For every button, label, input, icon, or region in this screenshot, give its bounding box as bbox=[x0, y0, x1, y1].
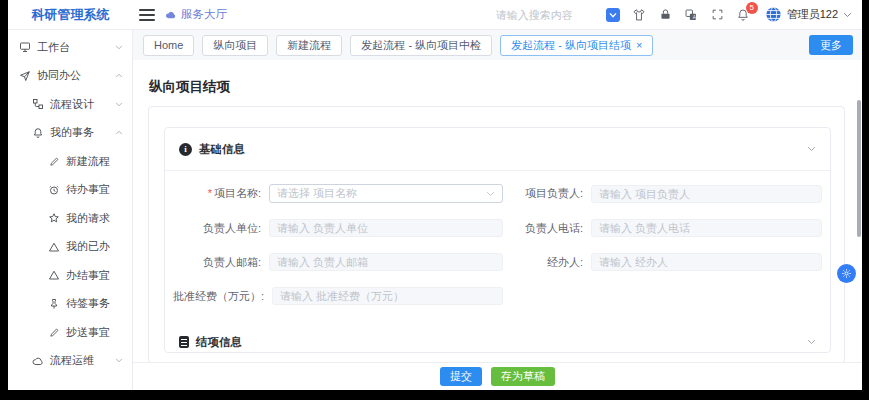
search-input[interactable] bbox=[496, 9, 588, 21]
main-content: 纵向项目结项 i 基础信息 *项目名称: 请选择 项目名称 bbox=[133, 60, 862, 362]
fullscreen-icon[interactable] bbox=[710, 7, 725, 22]
tab-bar: Home 纵向项目 新建流程 发起流程 - 纵向项目中检 发起流程 - 纵向项目… bbox=[133, 30, 862, 60]
leader-email-input[interactable] bbox=[269, 253, 503, 271]
basic-info-form: *项目名称: 请选择 项目名称 项目负责人: bbox=[165, 171, 830, 305]
pushpin-icon bbox=[48, 298, 60, 310]
chevron-down-icon bbox=[843, 12, 852, 18]
sidebar-item-to-sign[interactable]: 待签事务 bbox=[8, 290, 132, 319]
theme-skin-icon[interactable] bbox=[632, 7, 647, 22]
sidebar-item-workbench[interactable]: 工作台 bbox=[8, 33, 132, 62]
collapse-select-icon[interactable] bbox=[606, 7, 621, 22]
required-marker: * bbox=[208, 187, 212, 199]
sidebar-item-cc[interactable]: 抄送事宜 bbox=[8, 318, 132, 347]
svg-text:A: A bbox=[693, 14, 697, 19]
gear-icon bbox=[841, 268, 852, 279]
sidebar-item-todo[interactable]: 待办事宜 bbox=[8, 176, 132, 205]
tab-home[interactable]: Home bbox=[143, 35, 194, 56]
chevron-down-icon bbox=[486, 191, 495, 197]
tab-close-icon[interactable]: × bbox=[636, 40, 642, 51]
language-translate-icon[interactable]: A bbox=[684, 7, 699, 22]
pen-icon bbox=[48, 155, 60, 167]
clock-icon bbox=[48, 184, 60, 196]
chevron-up-icon bbox=[115, 73, 123, 78]
approved-funds-input[interactable] bbox=[272, 287, 503, 305]
submit-button[interactable]: 提交 bbox=[440, 367, 482, 386]
tab-vertical-project[interactable]: 纵向项目 bbox=[202, 35, 268, 56]
sitemap-icon bbox=[32, 98, 44, 110]
user-name: 管理员122 bbox=[787, 7, 838, 22]
top-header: 科研管理系统 服务大厅 A bbox=[8, 0, 862, 30]
tab-new-process[interactable]: 新建流程 bbox=[276, 35, 342, 56]
section-basic-info: i 基础信息 bbox=[165, 128, 830, 171]
sidebar-item-completed[interactable]: 办结事宜 bbox=[8, 261, 132, 290]
sidebar-item-process-design[interactable]: 流程设计 bbox=[8, 90, 132, 119]
form-footer: 提交 存为草稿 bbox=[133, 362, 862, 390]
user-menu[interactable]: 管理员122 bbox=[765, 6, 852, 23]
settings-fab[interactable] bbox=[837, 264, 856, 283]
form-card: i 基础信息 *项目名称: 请选择 项目名称 bbox=[148, 106, 845, 364]
breadcrumb[interactable]: 服务大厅 bbox=[165, 7, 227, 22]
star-icon bbox=[48, 212, 60, 224]
tab-midterm-check[interactable]: 发起流程 - 纵向项目中检 bbox=[350, 35, 492, 56]
section-closing-info: 结项信息 bbox=[165, 321, 830, 353]
sidebar: 工作台 协同办公 流程设计 我的事务 新建流程 待办事宜 我的请求 bbox=[8, 30, 133, 390]
project-name-select[interactable]: 请选择 项目名称 bbox=[269, 184, 503, 203]
sidebar-item-my-done[interactable]: 我的已办 bbox=[8, 233, 132, 262]
more-button[interactable]: 更多 bbox=[809, 35, 853, 55]
app-window: 科研管理系统 服务大厅 A bbox=[8, 0, 862, 390]
vertical-scrollbar[interactable] bbox=[857, 100, 861, 237]
document-icon bbox=[179, 336, 189, 348]
chevron-up-icon bbox=[115, 130, 123, 135]
save-draft-button[interactable]: 存为草稿 bbox=[491, 367, 555, 386]
bell-icon bbox=[32, 127, 44, 139]
handler-input[interactable] bbox=[591, 253, 822, 271]
section-title: 基础信息 bbox=[199, 142, 245, 157]
triangle-icon bbox=[48, 241, 60, 253]
triangle-icon bbox=[48, 269, 60, 281]
sidebar-item-process-ops[interactable]: 流程运维 bbox=[8, 347, 132, 376]
info-icon: i bbox=[179, 143, 192, 156]
sidebar-item-new-process[interactable]: 新建流程 bbox=[8, 147, 132, 176]
monitor-icon bbox=[19, 41, 31, 53]
sidebar-item-my-requests[interactable]: 我的请求 bbox=[8, 204, 132, 233]
cloud-icon bbox=[32, 355, 44, 367]
collapse-chevron-icon[interactable] bbox=[807, 146, 816, 152]
service-hall-icon bbox=[165, 9, 177, 21]
paper-plane-icon bbox=[19, 70, 31, 82]
project-leader-input[interactable] bbox=[591, 185, 822, 203]
sidebar-item-my-affairs[interactable]: 我的事务 bbox=[8, 119, 132, 148]
pen-icon bbox=[48, 326, 60, 338]
menu-toggle-icon[interactable] bbox=[139, 9, 155, 21]
chevron-down-icon bbox=[115, 358, 123, 363]
form-panel: i 基础信息 *项目名称: 请选择 项目名称 bbox=[164, 127, 831, 353]
tab-project-closing[interactable]: 发起流程 - 纵向项目结项 × bbox=[500, 35, 653, 56]
page-title: 纵向项目结项 bbox=[149, 78, 230, 96]
collapse-chevron-icon[interactable] bbox=[807, 339, 816, 345]
lock-screen-icon[interactable] bbox=[658, 7, 673, 22]
chevron-down-icon bbox=[115, 102, 123, 107]
section-title: 结项信息 bbox=[196, 335, 242, 350]
notification-bell-icon[interactable]: 5 bbox=[736, 7, 751, 22]
leader-unit-input[interactable] bbox=[269, 219, 503, 237]
sidebar-item-collab-office[interactable]: 协同办公 bbox=[8, 62, 132, 91]
avatar bbox=[765, 6, 782, 23]
app-title: 科研管理系统 bbox=[8, 6, 133, 24]
chevron-down-icon bbox=[115, 45, 123, 50]
breadcrumb-label: 服务大厅 bbox=[181, 7, 227, 22]
leader-phone-input[interactable] bbox=[591, 219, 822, 237]
notification-badge: 5 bbox=[746, 2, 758, 14]
